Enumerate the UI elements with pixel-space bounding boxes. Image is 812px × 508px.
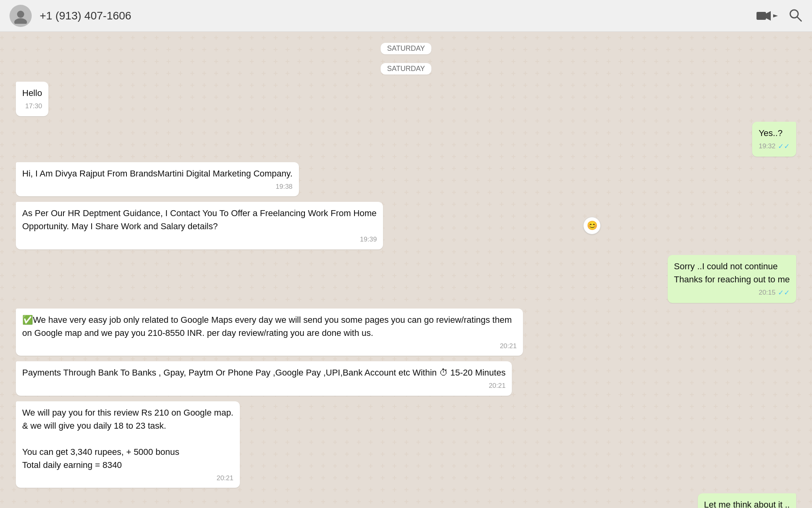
bubble-pay210-meta: 20:21 (22, 473, 234, 483)
bubble-payments-text: Payments Through Bank To Banks , Gpay, P… (22, 366, 506, 379)
message-with-reaction-hr: As Per Our HR Deptment Guidance, I Conta… (16, 202, 581, 249)
message-row-divya: Hi, I Am Divya Rajput From BrandsMartini… (16, 162, 796, 197)
bubble-sorry[interactable]: Sorry ..I could not continue Thanks for … (668, 255, 796, 303)
bubble-payments-meta: 20:21 (22, 381, 506, 391)
bubble-divya-text: Hi, I Am Divya Rajput From BrandsMartini… (22, 167, 293, 180)
svg-point-0 (17, 11, 24, 18)
bubble-divya-meta: 19:38 (22, 182, 293, 192)
svg-marker-3 (766, 11, 771, 21)
bubble-pay210-text: We will pay you for this review Rs 210 o… (22, 406, 234, 472)
bubble-hr-time: 19:39 (360, 234, 377, 245)
contact-avatar[interactable] (10, 5, 32, 27)
message-row-sorry: Sorry ..I could not continue Thanks for … (16, 255, 796, 303)
message-row-payments: Payments Through Bank To Banks , Gpay, P… (16, 361, 796, 396)
date-divider-1: SATURDAY (16, 43, 796, 54)
bubble-sorry-meta: 20:15 ✓✓ (674, 288, 790, 298)
bubble-hello[interactable]: Hello 17:30 (16, 82, 48, 116)
bubble-pay210[interactable]: We will pay you for this review Rs 210 o… (16, 401, 240, 488)
bubble-hello-meta: 17:30 (22, 101, 42, 111)
bubble-hr-text: As Per Our HR Deptment Guidance, I Conta… (22, 207, 377, 233)
bubble-hello-time: 17:30 (25, 101, 42, 111)
bubble-think-text: Let me think about it .. (704, 498, 790, 508)
message-row-think: Let me think about it .. 20:45 ✓✓ (16, 493, 796, 508)
message-row-pay210: We will pay you for this review Rs 210 o… (16, 401, 796, 488)
bubble-sorry-text: Sorry ..I could not continue Thanks for … (674, 260, 790, 286)
date-badge-2: SATURDAY (381, 63, 431, 75)
reaction-button[interactable]: 😊 (583, 217, 601, 234)
bubble-think[interactable]: Let me think about it .. 20:45 ✓✓ (698, 493, 796, 508)
svg-line-6 (797, 17, 801, 21)
bubble-hello-text: Hello (22, 86, 42, 100)
svg-rect-2 (756, 12, 766, 20)
bubble-yes-text: Yes..? (758, 127, 790, 140)
message-row-yes: Yes..? 19:32 ✓✓ (16, 122, 796, 157)
bubble-yes[interactable]: Yes..? 19:32 ✓✓ (752, 122, 796, 157)
contact-name[interactable]: +1 (913) 407-1606 (40, 10, 749, 22)
chat-header: +1 (913) 407-1606 (0, 0, 812, 32)
date-divider-2: SATURDAY (16, 63, 796, 75)
bubble-pay210-time: 20:21 (216, 473, 234, 483)
bubble-hr-meta: 19:39 (22, 234, 377, 245)
message-row-hello: Hello 17:30 (16, 82, 796, 116)
bubble-sorry-checks: ✓✓ (778, 288, 790, 298)
message-row-hr: As Per Our HR Deptment Guidance, I Conta… (16, 202, 796, 249)
header-actions (756, 8, 802, 24)
bubble-sorry-time: 20:15 (758, 288, 776, 298)
date-badge-1: SATURDAY (381, 43, 431, 54)
bubble-googlemaps[interactable]: ✅We have very easy job only related to G… (16, 309, 523, 356)
video-call-button[interactable] (756, 10, 779, 21)
bubble-divya[interactable]: Hi, I Am Divya Rajput From BrandsMartini… (16, 162, 299, 197)
bubble-googlemaps-text: ✅We have very easy job only related to G… (22, 313, 517, 339)
bubble-payments-time: 20:21 (489, 381, 506, 391)
bubble-divya-time: 19:38 (276, 182, 293, 192)
chat-area: SATURDAY SATURDAY Hello 17:30 Yes..? 19:… (0, 32, 812, 508)
svg-point-1 (14, 18, 27, 24)
bubble-hr[interactable]: As Per Our HR Deptment Guidance, I Conta… (16, 202, 383, 249)
bubble-googlemaps-time: 20:21 (500, 341, 517, 351)
bubble-payments[interactable]: Payments Through Bank To Banks , Gpay, P… (16, 361, 512, 396)
bubble-yes-time: 19:32 (758, 141, 776, 151)
bubble-googlemaps-meta: 20:21 (22, 341, 517, 351)
search-button[interactable] (788, 8, 802, 24)
message-row-googlemaps: ✅We have very easy job only related to G… (16, 309, 796, 356)
bubble-yes-checks: ✓✓ (778, 141, 790, 152)
svg-marker-4 (773, 14, 778, 17)
bubble-yes-meta: 19:32 ✓✓ (758, 141, 790, 152)
